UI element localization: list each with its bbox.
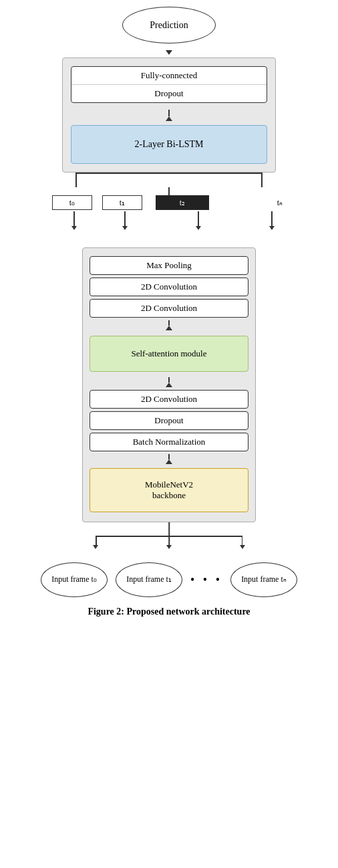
input-frame-tn: Input frame tₙ (230, 562, 297, 597)
t1-box: t₁ (102, 195, 142, 210)
frame0-label: Input frame t₀ (51, 574, 97, 585)
attention-label: Self-attention module (131, 348, 206, 358)
arrow-t0 (71, 211, 77, 230)
figure-caption: Figure 2: Proposed network architecture (88, 607, 250, 617)
arrow-attn-to-conv (166, 320, 172, 330)
prediction-label: Prediction (150, 20, 188, 31)
time-steps-section: t₀ t₁ t₂ tₙ (49, 195, 289, 249)
framen-label: Input frame tₙ (241, 574, 287, 585)
input-frame-t0: Input frame t₀ (41, 562, 108, 597)
conv2-box: 2D Convolution (90, 299, 248, 318)
max-pooling-box: Max Pooling (90, 256, 248, 275)
conv1-box: 2D Convolution (90, 278, 248, 296)
conv1-label: 2D Convolution (141, 282, 197, 292)
fan-connector (55, 522, 283, 556)
frame1-label: Input frame t₁ (126, 574, 172, 585)
cnn-section-box: Max Pooling 2D Convolution 2D Convolutio… (82, 247, 256, 522)
prediction-ellipse: Prediction (122, 7, 216, 43)
dropout-label-top: Dropout (71, 85, 267, 102)
bilstm-box: 2-Layer Bi-LSTM (71, 125, 267, 164)
conv2-label: 2D Convolution (141, 303, 197, 313)
fc-dropout-box: Fully-connected Dropout (71, 66, 267, 103)
arrow-mobilenet-to-bn (166, 454, 172, 464)
t0-label: t₀ (69, 198, 75, 208)
lstm-section-box: Fully-connected Dropout 2-Layer Bi-LSTM (62, 58, 276, 173)
arrow-t1 (122, 211, 128, 230)
arrow-tn (269, 211, 275, 230)
mobilenet-box: MobileNetV2 backbone (90, 468, 248, 512)
arrow-lstm-up (166, 110, 172, 121)
t2-label: t₂ (180, 198, 185, 208)
t1-label: t₁ (120, 198, 125, 208)
dropout-box: Dropout (90, 411, 248, 430)
t2-box: t₂ (156, 195, 209, 210)
conv3-label: 2D Convolution (141, 394, 197, 404)
max-pooling-label: Max Pooling (146, 260, 192, 270)
input-frame-t1: Input frame t₁ (116, 562, 182, 597)
bilstm-label: 2-Layer Bi-LSTM (134, 139, 203, 149)
input-frames-row: Input frame t₀ Input frame t₁ • • • Inpu… (19, 562, 319, 597)
mobilenet-label: MobileNetV2 backbone (145, 479, 193, 500)
arrow-prediction-to-lstm (166, 50, 172, 55)
tn-label: tₙ (277, 198, 283, 208)
dropout-label-cnn: Dropout (154, 415, 183, 425)
attention-box: Self-attention module (90, 336, 248, 372)
arrow-conv3-to-attn (166, 377, 172, 387)
arrow-t2 (196, 211, 201, 230)
fully-connected-label: Fully-connected (71, 67, 267, 85)
batch-norm-label: Batch Normalization (133, 437, 206, 447)
t0-box: t₀ (52, 195, 92, 210)
conv3-box: 2D Convolution (90, 390, 248, 409)
batch-norm-box: Batch Normalization (90, 433, 248, 451)
dots-separator: • • • (190, 573, 222, 587)
